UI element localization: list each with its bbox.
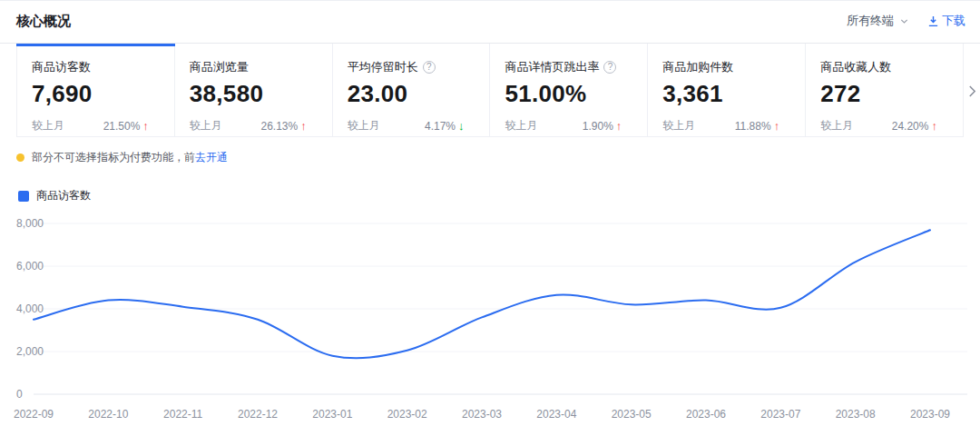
x-tick-label: 2023-02 [387, 408, 427, 421]
legend-swatch-icon [18, 191, 29, 202]
metric-value: 38,580 [190, 80, 319, 108]
chevron-down-icon [899, 16, 909, 26]
header-controls: 所有终端 下载 [847, 13, 965, 29]
x-tick-label: 2023-07 [760, 408, 800, 421]
metric-title: 商品收藏人数 [820, 59, 891, 75]
core-overview-panel: 核心概况 所有终端 下载 商品访客数 ? 7,690 [0, 0, 980, 436]
change-value: 21.50% [103, 120, 141, 133]
x-tick-label: 2022-11 [163, 408, 202, 421]
change-value: 26.13% [260, 120, 298, 133]
yellow-dot-icon [16, 154, 24, 162]
page-title: 核心概况 [16, 13, 71, 30]
metric-card[interactable]: 商品加购件数 ? 3,361 较上月 11.88%↑ [648, 44, 806, 136]
trend-arrow-icon: ↓ [458, 120, 465, 132]
y-tick-label: 8,000 [16, 217, 44, 230]
panel-header: 核心概况 所有终端 下载 [0, 1, 980, 44]
x-tick-label: 2023-06 [686, 408, 726, 421]
y-tick-label: 4,000 [16, 302, 44, 315]
x-tick-label: 2022-09 [14, 408, 54, 421]
metric-card[interactable]: 平均停留时长 ? 23.00 较上月 4.17%↓ [333, 44, 491, 136]
notice-text: 部分不可选择指标为付费功能，前去开通 [32, 150, 228, 165]
cards-next-chevron[interactable] [965, 79, 979, 103]
trend-arrow-icon: ↑ [774, 120, 780, 132]
y-tick-label: 2,000 [16, 345, 44, 358]
download-label: 下载 [942, 13, 965, 29]
x-tick-label: 2023-01 [312, 408, 352, 421]
trend-arrow-icon: ↑ [300, 120, 307, 132]
x-tick-label: 2023-08 [836, 408, 876, 421]
trend-arrow-icon: ↑ [616, 120, 622, 132]
question-circle-icon[interactable]: ? [603, 61, 616, 74]
x-tick-label: 2023-05 [612, 408, 652, 421]
chevron-right-icon [968, 84, 976, 98]
terminal-filter-label: 所有终端 [847, 13, 894, 29]
change-value: 1.90% [583, 120, 613, 133]
download-icon [927, 15, 939, 27]
card-active-indicator [489, 44, 648, 46]
metric-value: 51.00% [505, 80, 634, 108]
x-tick-label: 2022-10 [88, 408, 128, 421]
change-value: 4.17% [425, 120, 456, 133]
metric-value: 23.00 [348, 80, 477, 108]
x-tick-label: 2023-03 [462, 408, 502, 421]
chart-legend-item[interactable]: 商品访客数 [18, 188, 91, 203]
card-active-indicator [16, 44, 175, 46]
metric-title: 平均停留时长 [348, 59, 418, 75]
trend-arrow-icon: ↑ [142, 120, 149, 132]
change-value: 24.20% [892, 120, 929, 133]
y-tick-label: 0 [16, 388, 23, 401]
x-tick-label: 2022-12 [238, 408, 278, 421]
metric-card[interactable]: 商品访客数 ? 7,690 较上月 21.50%↑ [17, 44, 175, 136]
metric-value: 7,690 [32, 80, 162, 108]
metric-value: 272 [820, 80, 950, 108]
card-active-indicator [174, 44, 333, 46]
metric-title: 商品浏览量 [190, 59, 249, 75]
card-active-indicator [647, 44, 806, 46]
x-tick-label: 2023-04 [536, 408, 576, 421]
metric-cards-row: 商品访客数 ? 7,690 较上月 21.50%↑ 商品浏览量 ? 38,580… [16, 44, 964, 137]
series-line [34, 230, 930, 358]
download-button[interactable]: 下载 [927, 13, 965, 29]
x-tick-label: 2023-09 [910, 408, 950, 421]
compare-label: 较上月 [505, 118, 537, 134]
metric-title: 商品详情页跳出率 [505, 59, 599, 75]
activate-link[interactable]: 去开通 [195, 151, 228, 164]
visitors-trend-chart[interactable]: 02,0004,0006,0008,0002022-092022-102022-… [0, 210, 980, 436]
trend-arrow-icon: ↑ [931, 120, 937, 132]
compare-label: 较上月 [348, 118, 380, 134]
metric-title: 商品访客数 [32, 59, 91, 75]
metric-title: 商品加购件数 [662, 59, 733, 75]
question-circle-icon[interactable]: ? [423, 61, 436, 74]
compare-label: 较上月 [662, 118, 695, 134]
paid-feature-notice: 部分不可选择指标为付费功能，前去开通 [16, 150, 228, 165]
compare-label: 较上月 [190, 118, 222, 134]
metric-card[interactable]: 商品浏览量 ? 38,580 较上月 26.13%↑ [175, 44, 333, 136]
card-active-indicator [805, 44, 964, 46]
terminal-filter-dropdown[interactable]: 所有终端 [847, 13, 909, 29]
metric-value: 3,361 [662, 80, 792, 108]
legend-label: 商品访客数 [36, 188, 91, 203]
change-value: 11.88% [735, 120, 771, 133]
metric-card[interactable]: 商品详情页跳出率 ? 51.00% 较上月 1.90%↑ [490, 44, 648, 136]
compare-label: 较上月 [820, 118, 853, 134]
compare-label: 较上月 [32, 118, 64, 134]
metric-card[interactable]: 商品收藏人数 ? 272 较上月 24.20%↑ [806, 44, 963, 136]
card-active-indicator [332, 44, 491, 46]
y-tick-label: 6,000 [16, 260, 44, 272]
